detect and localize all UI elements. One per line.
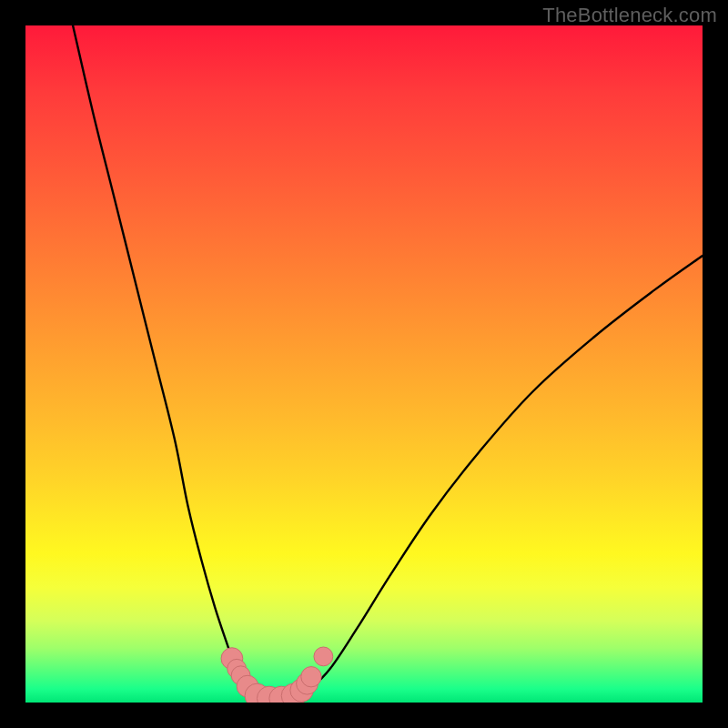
data-markers bbox=[221, 647, 333, 703]
bottleneck-curve bbox=[73, 25, 703, 700]
curve-path bbox=[73, 25, 703, 700]
data-marker bbox=[301, 667, 321, 687]
data-marker bbox=[314, 647, 333, 666]
chart-frame: TheBottleneck.com bbox=[0, 0, 728, 728]
plot-area bbox=[25, 25, 703, 703]
chart-svg bbox=[25, 25, 703, 703]
watermark-text: TheBottleneck.com bbox=[542, 4, 717, 27]
